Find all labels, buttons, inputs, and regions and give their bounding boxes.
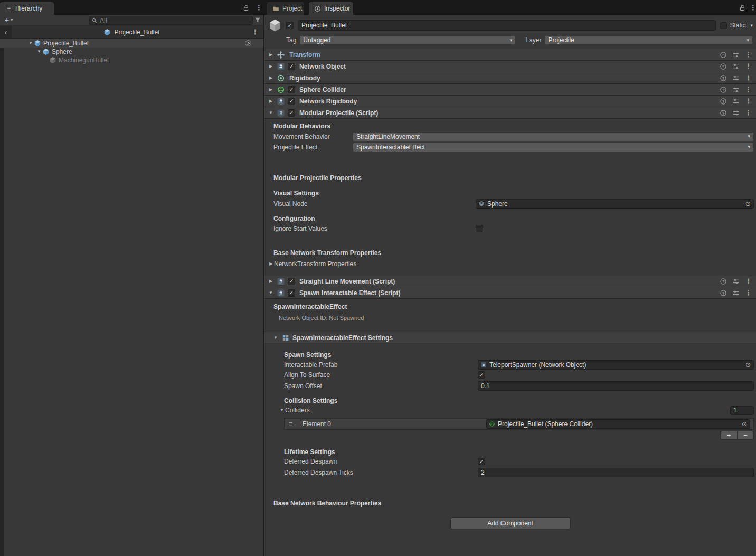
presets-icon[interactable] [732,278,740,285]
movement-behavior-dropdown[interactable]: StraightLineMovement ▾ [353,132,754,142]
chevron-down-icon[interactable]: ▾ [750,23,753,28]
object-picker-icon[interactable]: ⊙ [744,362,752,368]
kebab-icon[interactable]: ⋮ [745,278,752,285]
tree-row-projectile-bullet[interactable]: ▼ Projectile_Bullet [0,39,263,48]
presets-icon[interactable] [732,51,740,59]
tree-row-sphere[interactable]: ▼ Sphere [0,48,263,56]
collider-element-object-field[interactable]: Projectile_Bullet (Sphere Collider) ⊙ [486,419,750,429]
component-header-network-object[interactable]: ▶ ✓ Network Object ⋮ [264,61,756,72]
spawn-settings-foldout-band[interactable]: ▼ SpawnInteractableEffect Settings [264,332,756,344]
breadcrumb-kebab-icon[interactable]: ⋮ [252,29,259,35]
dropdown-value: Projectile [548,36,744,44]
foldout-icon[interactable]: ▶ [268,99,274,103]
help-icon[interactable] [720,86,727,93]
scene-visibility-gutter[interactable] [0,39,4,556]
sphere-collider-icon [277,86,285,94]
foldout-icon[interactable]: ▶ [268,76,274,80]
visual-node-object-field[interactable]: Sphere ⊙ [476,199,754,209]
foldout-icon[interactable]: ▼ [272,336,279,340]
component-enabled-checkbox[interactable]: ✓ [288,86,295,93]
tab-hierarchy[interactable]: ≡ Hierarchy [0,2,54,15]
add-element-button[interactable]: + [720,431,737,440]
inspector-lock-icon[interactable] [738,4,746,12]
gameobject-active-checkbox[interactable]: ✓ [286,22,294,29]
presets-icon[interactable] [732,289,740,297]
tab-project[interactable]: Project [267,2,304,15]
foldout-icon[interactable]: ▼ [27,41,34,45]
help-icon[interactable] [720,278,727,285]
projectile-effect-dropdown[interactable]: SpawnInteractableEffect ▾ [353,143,754,152]
field-label: Interactable Prefab [284,361,478,369]
help-icon[interactable] [720,289,727,297]
kebab-icon[interactable]: ⋮ [745,74,752,81]
foldout-icon[interactable]: ▼ [268,111,274,115]
hierarchy-lock-icon[interactable] [242,4,250,12]
remove-element-button[interactable]: − [737,431,754,440]
hierarchy-menu-kebab-icon[interactable]: ⋮ [255,4,263,12]
foldout-icon[interactable]: ▼ [279,408,285,412]
help-icon[interactable] [720,51,727,59]
foldout-icon[interactable]: ▶ [268,53,274,57]
kebab-icon[interactable]: ⋮ [745,98,752,105]
component-header-transform[interactable]: ▶ Transform ⋮ [264,49,756,61]
static-toggle[interactable]: Static ▾ [720,22,754,29]
gameobject-name-field[interactable] [298,20,716,31]
presets-icon[interactable] [732,86,740,93]
foldout-icon[interactable]: ▶ [268,279,274,284]
kebab-icon[interactable]: ⋮ [745,51,752,58]
colliders-foldout-row[interactable]: ▼ Colliders [264,406,756,415]
component-enabled-checkbox[interactable]: ✓ [288,63,295,70]
help-icon[interactable] [720,98,727,105]
help-icon[interactable] [720,74,727,82]
help-icon[interactable] [720,109,727,117]
deferred-despawn-checkbox[interactable]: ✓ [478,458,485,465]
object-picker-icon[interactable]: ⊙ [741,421,748,427]
component-header-straight-line-movement[interactable]: ▶ ✓ Straight Line Movement (Script) ⋮ [264,276,756,287]
colliders-size-field[interactable] [730,406,754,415]
inspector-menu-kebab-icon[interactable]: ⋮ [749,4,756,12]
presets-icon[interactable] [732,98,740,105]
tag-dropdown[interactable]: Untagged ▾ [299,35,516,45]
collider-element-row[interactable]: = Element 0 Projectile_Bullet (Sphere Co… [284,418,754,430]
foldout-icon[interactable]: ▼ [268,291,274,295]
tree-row-machinegunbullet[interactable]: MachinegunBullet [0,56,263,64]
component-enabled-checkbox[interactable]: ✓ [288,289,295,297]
kebab-icon[interactable]: ⋮ [745,109,752,116]
interactable-prefab-object-field[interactable]: TeleportSpawner (Network Object) ⊙ [478,360,754,370]
create-object-button[interactable]: + ▾ [5,16,13,24]
hierarchy-search-input[interactable]: All [89,16,253,25]
component-enabled-checkbox[interactable]: ✓ [288,278,295,285]
foldout-icon[interactable]: ▶ [268,64,274,69]
open-prefab-icon[interactable] [244,40,252,47]
layer-dropdown[interactable]: Projectile ▾ [544,35,753,45]
kebab-icon[interactable]: ⋮ [745,289,752,296]
presets-icon[interactable] [732,109,740,117]
kebab-icon[interactable]: ⋮ [745,63,752,70]
component-header-network-rigidbody[interactable]: ▶ ✓ Network Rigidbody ⋮ [264,96,756,107]
component-header-spawn-interactable-effect[interactable]: ▼ ✓ Spawn Interactable Effect (Script) ⋮ [264,287,756,299]
component-enabled-checkbox[interactable]: ✓ [288,98,295,105]
breadcrumb[interactable]: Projectile_Bullet [0,29,263,36]
component-header-sphere-collider[interactable]: ▶ ✓ Sphere Collider ⋮ [264,84,756,96]
foldout-icon[interactable]: ▶ [268,262,274,266]
search-options-icon[interactable] [254,16,261,24]
presets-icon[interactable] [732,63,740,70]
help-icon[interactable] [720,63,727,70]
spawn-offset-field[interactable] [478,381,754,391]
presets-icon[interactable] [732,74,740,82]
deferred-despawn-ticks-field[interactable] [478,468,754,477]
align-to-surface-checkbox[interactable]: ✓ [478,371,485,379]
object-picker-icon[interactable]: ⊙ [744,201,752,207]
foldout-icon[interactable]: ▼ [36,50,42,54]
kebab-icon[interactable]: ⋮ [745,86,752,93]
networktransform-properties-foldout[interactable]: ▶ NetworkTransform Properties [264,259,756,269]
component-enabled-checkbox[interactable]: ✓ [288,109,295,117]
component-header-modular-projectile[interactable]: ▼ ✓ Modular Projectile (Script) ⋮ [264,107,756,119]
ignore-start-values-checkbox[interactable] [476,225,483,232]
add-component-button[interactable]: Add Component [450,517,571,529]
tab-inspector[interactable]: Inspector [309,2,353,15]
static-checkbox[interactable] [720,22,727,29]
component-header-rigidbody[interactable]: ▶ Rigidbody ⋮ [264,72,756,84]
foldout-icon[interactable]: ▶ [268,88,274,92]
drag-handle-icon[interactable]: = [289,420,296,428]
